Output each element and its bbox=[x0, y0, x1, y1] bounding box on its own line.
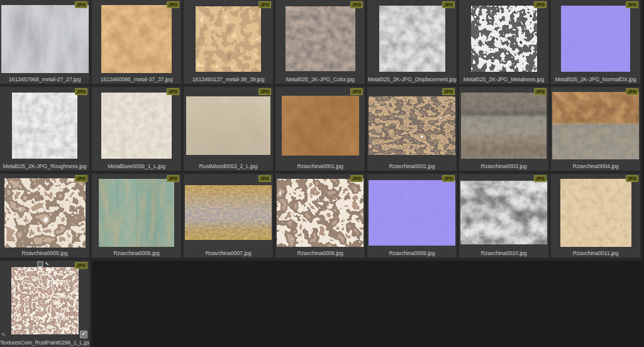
texture-tile[interactable]: JPG Rzavchina0008.jpg bbox=[275, 174, 367, 261]
texture-tile[interactable]: JPG Rzavchina0004.jpg bbox=[551, 87, 643, 174]
filename-label: Rzavchina0007.jpg bbox=[184, 250, 273, 258]
texture-tile[interactable]: JPG Rzavchina0009.jpg bbox=[367, 174, 459, 261]
pencil-icon[interactable]: ✎ bbox=[1, 333, 6, 338]
jpg-format-badge: JPG bbox=[442, 1, 455, 8]
thumbnail-area bbox=[367, 174, 457, 250]
thumbnail-area bbox=[551, 174, 640, 250]
filename-label: Rzavchina0004.jpg bbox=[551, 163, 640, 171]
texture-thumbnail[interactable] bbox=[1, 5, 89, 73]
thumbnail-area bbox=[459, 87, 548, 163]
jpg-format-badge: JPG bbox=[75, 1, 87, 8]
thumbnail-area bbox=[459, 174, 548, 250]
texture-tile[interactable]: JPG Metal025_2K-JPG_Color.jpg bbox=[275, 0, 367, 87]
texture-thumbnail[interactable] bbox=[471, 6, 537, 72]
texture-tile[interactable]: JPG Rzavchina0002.jpg bbox=[367, 87, 459, 174]
jpg-format-badge: JPG bbox=[258, 175, 271, 182]
texture-tile[interactable]: JPG Metal025_2K-JPG_Metalness.jpg bbox=[459, 0, 551, 87]
jpg-format-badge: JPG bbox=[75, 262, 87, 269]
texture-thumbnail[interactable] bbox=[552, 92, 639, 159]
jpg-format-badge: JPG bbox=[350, 88, 363, 95]
texture-tile[interactable]: JPG 1613460137_metal-39_39.jpg bbox=[184, 0, 275, 87]
filename-label: 1613460137_metal-39_39.jpg bbox=[184, 76, 273, 84]
jpg-format-badge: JPG bbox=[626, 175, 638, 182]
texture-tile-selected[interactable]: JPG ✎ ✎ ✔ TexturesCom_RustPaint0296_1_L.… bbox=[0, 261, 92, 347]
filename-label: TexturesCom_RustPaint0296_1_L.jpg bbox=[0, 339, 89, 347]
filename-label: Rzavchina0009.jpg bbox=[367, 250, 457, 258]
jpg-format-badge: JPG bbox=[258, 1, 271, 8]
filename-label: Metal025_2K-JPG_Roughness.jpg bbox=[0, 163, 89, 171]
texture-thumbnail[interactable] bbox=[379, 6, 445, 72]
jpg-format-badge: JPG bbox=[534, 1, 547, 8]
filename-label: 1613460095_metal-37_37.jpg bbox=[92, 76, 181, 84]
texture-thumbnail[interactable] bbox=[4, 178, 86, 247]
filename-label: Rzavchina0010.jpg bbox=[459, 250, 548, 258]
jpg-format-badge: JPG bbox=[626, 88, 638, 95]
filename-label: Metal025_2K-JPG_Color.jpg bbox=[275, 76, 365, 84]
texture-thumbnail[interactable] bbox=[11, 267, 79, 334]
texture-thumbnail[interactable] bbox=[282, 96, 359, 156]
edit-pencil-icon[interactable]: ✎ bbox=[44, 261, 50, 267]
thumbnail-area bbox=[0, 174, 89, 250]
texture-tile[interactable]: JPG RustMixed0053_2_L.jpg bbox=[184, 87, 275, 174]
thumbnail-area bbox=[367, 87, 457, 163]
texture-tile[interactable]: JPG Metal025_2K-JPG_Roughness.jpg bbox=[0, 87, 92, 174]
texture-tile[interactable]: JPG Rzavchina0001.jpg bbox=[275, 87, 367, 174]
filename-label: Metal025_2K-JPG_NormalDX.jpg bbox=[551, 76, 640, 84]
thumbnail-area bbox=[184, 0, 273, 76]
texture-tile[interactable]: JPG Metal025_2K-JPG_NormalDX.jpg bbox=[551, 0, 643, 87]
filename-label: Rzavchina0011.jpg bbox=[551, 250, 640, 258]
thumbnail-area bbox=[184, 87, 273, 163]
texture-tile[interactable]: JPG Rzavchina0007.jpg bbox=[184, 174, 275, 261]
texture-tile[interactable]: JPG Rzavchina0006.jpg bbox=[92, 174, 184, 261]
jpg-format-badge: JPG bbox=[75, 88, 87, 95]
texture-thumbnail[interactable] bbox=[461, 93, 547, 159]
texture-thumbnail[interactable] bbox=[99, 179, 174, 247]
thumbnail-area bbox=[275, 0, 365, 76]
texture-thumbnail[interactable] bbox=[369, 180, 455, 246]
texture-tile[interactable]: JPG Metal025_2K-JPG_Displacement.jpg bbox=[367, 0, 459, 87]
thumbnail-grid: JPG 1613457968_metal-27_27.jpg JPG 16134… bbox=[0, 0, 644, 347]
texture-browser-screen: JPG 1613457968_metal-27_27.jpg JPG 16134… bbox=[0, 0, 644, 347]
texture-thumbnail[interactable] bbox=[101, 93, 172, 159]
thumbnail-area bbox=[0, 0, 89, 76]
frame-icon[interactable] bbox=[37, 261, 43, 267]
texture-tile[interactable]: JPG Rzavchina0005.jpg bbox=[0, 174, 92, 261]
texture-thumbnail[interactable] bbox=[277, 179, 364, 247]
texture-thumbnail[interactable] bbox=[560, 179, 631, 247]
jpg-format-badge: JPG bbox=[167, 88, 179, 95]
jpg-format-badge: JPG bbox=[442, 88, 455, 95]
thumbnail-area bbox=[275, 174, 365, 250]
jpg-format-badge: JPG bbox=[350, 175, 363, 182]
jpg-format-badge: JPG bbox=[534, 175, 547, 182]
checkmark-icon[interactable]: ✔ bbox=[80, 331, 87, 338]
filename-label: MetalBare0059_1_L.jpg bbox=[92, 163, 181, 171]
thumbnail-area bbox=[551, 0, 640, 76]
texture-tile[interactable]: JPG 1613460095_metal-37_37.jpg bbox=[92, 0, 184, 87]
texture-thumbnail[interactable] bbox=[196, 6, 261, 72]
thumbnail-area bbox=[92, 174, 181, 250]
filename-label: Metal025_2K-JPG_Displacement.jpg bbox=[367, 76, 457, 84]
texture-thumbnail[interactable] bbox=[186, 96, 270, 155]
jpg-format-badge: JPG bbox=[75, 175, 87, 182]
texture-thumbnail[interactable] bbox=[561, 6, 630, 72]
texture-tile[interactable]: JPG 1613457968_metal-27_27.jpg bbox=[0, 0, 92, 87]
texture-tile[interactable]: JPG MetalBare0059_1_L.jpg bbox=[92, 87, 184, 174]
texture-thumbnail[interactable] bbox=[369, 96, 455, 155]
tile-hover-toolbar: ✎ bbox=[37, 261, 50, 267]
texture-thumbnail[interactable] bbox=[101, 5, 172, 73]
texture-thumbnail[interactable] bbox=[460, 181, 547, 244]
texture-thumbnail[interactable] bbox=[12, 93, 77, 159]
filename-label: RustMixed0053_2_L.jpg bbox=[184, 163, 273, 171]
texture-tile[interactable]: JPG Rzavchina0010.jpg bbox=[459, 174, 551, 261]
texture-thumbnail[interactable] bbox=[185, 185, 272, 240]
jpg-format-badge: JPG bbox=[167, 1, 179, 8]
jpg-format-badge: JPG bbox=[626, 1, 638, 8]
filename-label: Rzavchina0005.jpg bbox=[0, 250, 89, 258]
filename-label: Rzavchina0006.jpg bbox=[92, 250, 181, 258]
filename-label: 1613457968_metal-27_27.jpg bbox=[0, 76, 89, 84]
jpg-format-badge: JPG bbox=[167, 175, 179, 182]
texture-tile[interactable]: JPG Rzavchina0011.jpg bbox=[551, 174, 643, 261]
texture-thumbnail[interactable] bbox=[286, 6, 355, 71]
texture-tile[interactable]: JPG Rzavchina0003.jpg bbox=[459, 87, 551, 174]
filename-label: Rzavchina0008.jpg bbox=[275, 250, 365, 258]
